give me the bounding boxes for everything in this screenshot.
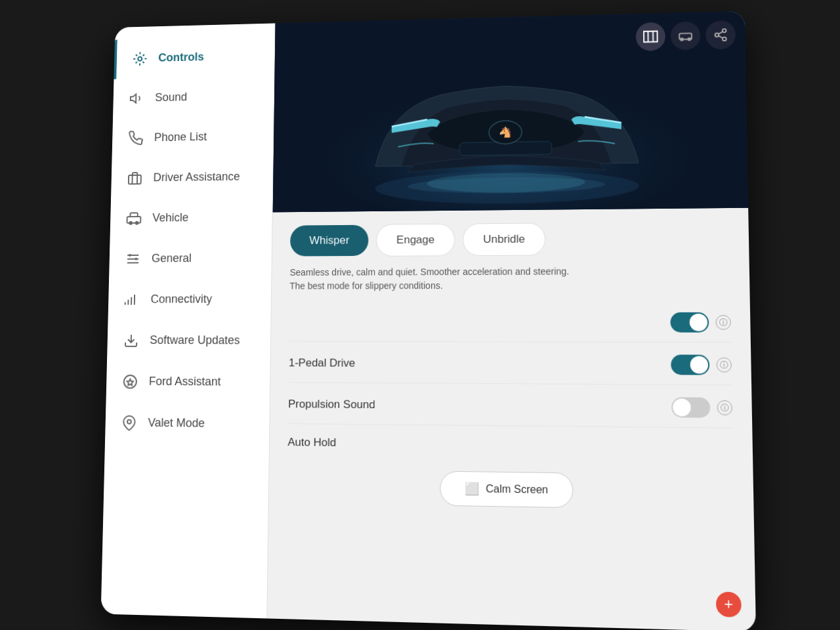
one-pedal-label: 1-Pedal Drive [289, 356, 355, 369]
toggle-item-propulsion: Propulsion Sound ⓘ [288, 385, 733, 429]
car-share-btn[interactable] [705, 20, 736, 50]
propulsion-knob [673, 398, 691, 416]
drive-mode-section: Whisper Engage Unbridle [272, 208, 749, 264]
calm-screen-label: Calm Screen [486, 483, 548, 496]
sidebar-item-controls[interactable]: Controls [114, 35, 274, 79]
engage-mode-btn[interactable]: Engage [376, 224, 455, 257]
sidebar-label-driver: Driver Assistance [153, 170, 240, 184]
whisper-mode-btn[interactable]: Whisper [290, 225, 369, 257]
one-pedal-switch[interactable] [671, 354, 709, 375]
svg-marker-1 [131, 94, 136, 102]
general-icon [124, 250, 142, 268]
toggle-main-knob [690, 314, 708, 331]
propulsion-info[interactable]: ⓘ [717, 400, 733, 415]
sidebar-label-vehicle: Vehicle [152, 211, 188, 225]
plus-button[interactable]: + [716, 591, 742, 617]
sidebar-label-ford-assistant: Ford Assistant [149, 375, 221, 389]
one-pedal-right: ⓘ [671, 354, 732, 375]
main-content: 🐴 [267, 11, 756, 630]
sidebar-item-software-updates[interactable]: Software Updates [107, 320, 270, 362]
sound-icon [128, 90, 146, 108]
car-icons-row [636, 20, 736, 51]
sidebar-label-controls: Controls [158, 51, 204, 65]
sidebar-label-valet: Valet Mode [148, 416, 205, 430]
phone-icon [127, 129, 144, 147]
one-pedal-knob [690, 356, 709, 374]
svg-point-30 [715, 33, 719, 37]
toggle-main-switch[interactable] [670, 312, 709, 333]
mode-description: Seamless drive, calm and quiet. Smoother… [272, 262, 600, 303]
svg-point-10 [135, 258, 137, 261]
sidebar-label-connectivity: Connectivity [150, 293, 212, 306]
sidebar-label-phone: Phone List [154, 131, 207, 145]
sidebar: Controls Sound Phone List [101, 23, 276, 618]
calm-screen-section: ⬜ Calm Screen [268, 458, 753, 522]
toggle-item-main: ⓘ [289, 303, 731, 343]
sidebar-label-software: Software Updates [150, 334, 240, 348]
driver-assistance-icon [126, 169, 144, 187]
sidebar-item-sound[interactable]: Sound [113, 75, 274, 119]
calm-screen-icon: ⬜ [465, 481, 479, 496]
mode-description-text: Seamless drive, calm and quiet. Smoother… [289, 266, 569, 291]
toggle-main-right: ⓘ [670, 312, 731, 333]
ford-assistant-icon [121, 373, 139, 391]
sidebar-label-general: General [152, 252, 192, 266]
propulsion-label: Propulsion Sound [288, 398, 375, 411]
svg-point-17 [127, 420, 131, 424]
controls-icon [131, 50, 149, 68]
svg-line-32 [719, 35, 723, 38]
toggle-list: ⓘ 1-Pedal Drive ⓘ Propulsion Sound [270, 303, 753, 465]
svg-rect-2 [129, 175, 141, 184]
vehicle-icon [125, 209, 143, 227]
svg-point-0 [138, 57, 142, 61]
toggle-item-one-pedal: 1-Pedal Drive ⓘ [289, 345, 732, 386]
sidebar-label-sound: Sound [155, 91, 187, 104]
sidebar-item-ford-assistant[interactable]: Ford Assistant [106, 361, 270, 404]
svg-point-9 [129, 254, 131, 257]
sidebar-item-connectivity[interactable]: Connectivity [108, 279, 272, 320]
software-updates-icon [122, 331, 140, 349]
unbridle-mode-btn[interactable]: Unbridle [463, 222, 545, 256]
svg-point-29 [723, 29, 726, 33]
propulsion-switch[interactable] [671, 397, 710, 418]
sidebar-item-phone-list[interactable]: Phone List [112, 116, 274, 159]
car-view-front-btn[interactable] [636, 22, 665, 51]
auto-hold-label: Auto Hold [287, 436, 336, 450]
svg-point-16 [124, 375, 136, 388]
valet-mode-icon [120, 414, 138, 432]
sidebar-item-driver-assistance[interactable]: Driver Assistance [111, 156, 273, 199]
connectivity-icon [123, 291, 141, 308]
car-image-section: 🐴 [273, 11, 748, 213]
toggle-main-info[interactable]: ⓘ [715, 315, 731, 330]
toggle-item-auto-hold: Auto Hold [287, 427, 733, 464]
svg-rect-3 [127, 217, 140, 223]
svg-line-33 [719, 32, 723, 34]
sidebar-item-general[interactable]: General [109, 238, 272, 279]
propulsion-right: ⓘ [671, 397, 732, 418]
calm-screen-btn[interactable]: ⬜ Calm Screen [440, 471, 574, 509]
car-view-side-btn[interactable] [671, 21, 701, 50]
one-pedal-info[interactable]: ⓘ [716, 358, 732, 373]
svg-point-31 [723, 37, 726, 41]
sidebar-item-vehicle[interactable]: Vehicle [110, 197, 273, 239]
sidebar-item-valet-mode[interactable]: Valet Mode [105, 402, 270, 446]
svg-text:🐴: 🐴 [499, 125, 513, 138]
